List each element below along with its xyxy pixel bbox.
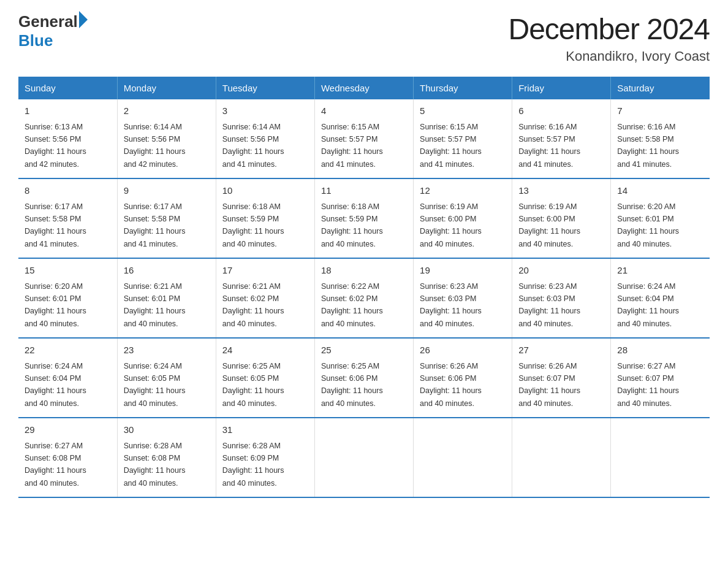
table-row: 28 Sunrise: 6:27 AMSunset: 6:07 PMDaylig…	[611, 338, 710, 418]
day-info: Sunrise: 6:24 AMSunset: 6:04 PMDaylight:…	[25, 362, 86, 408]
table-row: 30 Sunrise: 6:28 AMSunset: 6:08 PMDaylig…	[117, 418, 216, 497]
logo-triangle-icon	[79, 11, 88, 28]
col-thursday: Thursday	[414, 77, 512, 99]
day-info: Sunrise: 6:27 AMSunset: 6:08 PMDaylight:…	[25, 442, 86, 488]
day-number: 24	[222, 343, 308, 358]
col-sunday: Sunday	[18, 77, 117, 99]
day-info: Sunrise: 6:21 AMSunset: 6:01 PMDaylight:…	[124, 282, 186, 328]
calendar-title: December 2024	[508, 12, 710, 46]
day-info: Sunrise: 6:20 AMSunset: 6:01 PMDaylight:…	[25, 282, 86, 328]
day-info: Sunrise: 6:28 AMSunset: 6:09 PMDaylight:…	[222, 442, 284, 488]
day-info: Sunrise: 6:19 AMSunset: 6:00 PMDaylight:…	[420, 202, 482, 248]
day-number: 2	[124, 104, 210, 118]
table-row: 15 Sunrise: 6:20 AMSunset: 6:01 PMDaylig…	[18, 258, 117, 338]
day-number: 1	[25, 104, 111, 118]
table-row: 22 Sunrise: 6:24 AMSunset: 6:04 PMDaylig…	[18, 338, 117, 418]
day-number: 31	[222, 423, 308, 437]
day-info: Sunrise: 6:25 AMSunset: 6:05 PMDaylight:…	[222, 362, 284, 408]
table-row	[611, 418, 710, 497]
day-info: Sunrise: 6:23 AMSunset: 6:03 PMDaylight:…	[420, 282, 482, 328]
day-number: 13	[518, 184, 604, 198]
table-row: 24 Sunrise: 6:25 AMSunset: 6:05 PMDaylig…	[216, 338, 314, 418]
table-row: 18 Sunrise: 6:22 AMSunset: 6:02 PMDaylig…	[314, 258, 413, 338]
day-info: Sunrise: 6:15 AMSunset: 5:57 PMDaylight:…	[321, 123, 383, 169]
calendar-week-row: 15 Sunrise: 6:20 AMSunset: 6:01 PMDaylig…	[18, 258, 710, 338]
day-info: Sunrise: 6:15 AMSunset: 5:57 PMDaylight:…	[420, 123, 482, 169]
day-info: Sunrise: 6:18 AMSunset: 5:59 PMDaylight:…	[222, 202, 284, 248]
day-info: Sunrise: 6:26 AMSunset: 6:07 PMDaylight:…	[518, 362, 580, 408]
table-row: 21 Sunrise: 6:24 AMSunset: 6:04 PMDaylig…	[611, 258, 710, 338]
table-row: 8 Sunrise: 6:17 AMSunset: 5:58 PMDayligh…	[18, 178, 117, 258]
calendar-header-row: Sunday Monday Tuesday Wednesday Thursday…	[18, 77, 710, 99]
day-number: 19	[420, 264, 506, 278]
table-row: 20 Sunrise: 6:23 AMSunset: 6:03 PMDaylig…	[512, 258, 611, 338]
table-row: 26 Sunrise: 6:26 AMSunset: 6:06 PMDaylig…	[414, 338, 512, 418]
table-row: 4 Sunrise: 6:15 AMSunset: 5:57 PMDayligh…	[314, 99, 413, 178]
calendar-week-row: 1 Sunrise: 6:13 AMSunset: 5:56 PMDayligh…	[18, 99, 710, 178]
day-number: 21	[617, 264, 703, 278]
day-number: 5	[420, 104, 506, 118]
day-number: 9	[124, 184, 210, 198]
day-info: Sunrise: 6:17 AMSunset: 5:58 PMDaylight:…	[25, 202, 86, 248]
day-number: 25	[321, 343, 407, 358]
col-saturday: Saturday	[611, 77, 710, 99]
day-info: Sunrise: 6:20 AMSunset: 6:01 PMDaylight:…	[617, 202, 679, 248]
page-header: General Blue December 2024 Konandikro, I…	[18, 12, 710, 64]
day-info: Sunrise: 6:23 AMSunset: 6:03 PMDaylight:…	[518, 282, 580, 328]
table-row: 29 Sunrise: 6:27 AMSunset: 6:08 PMDaylig…	[18, 418, 117, 497]
day-number: 18	[321, 264, 407, 278]
table-row: 1 Sunrise: 6:13 AMSunset: 5:56 PMDayligh…	[18, 99, 117, 178]
day-number: 17	[222, 264, 308, 278]
day-info: Sunrise: 6:18 AMSunset: 5:59 PMDaylight:…	[321, 202, 383, 248]
day-number: 23	[124, 343, 210, 358]
logo-blue-text: Blue	[18, 31, 88, 50]
logo-general-text: General	[18, 12, 78, 31]
day-info: Sunrise: 6:24 AMSunset: 6:05 PMDaylight:…	[124, 362, 186, 408]
day-number: 28	[617, 343, 703, 358]
col-wednesday: Wednesday	[314, 77, 413, 99]
table-row	[414, 418, 512, 497]
day-number: 12	[420, 184, 506, 198]
day-number: 16	[124, 264, 210, 278]
table-row: 16 Sunrise: 6:21 AMSunset: 6:01 PMDaylig…	[117, 258, 216, 338]
calendar-subtitle: Konandikro, Ivory Coast	[508, 48, 710, 64]
table-row: 23 Sunrise: 6:24 AMSunset: 6:05 PMDaylig…	[117, 338, 216, 418]
day-info: Sunrise: 6:25 AMSunset: 6:06 PMDaylight:…	[321, 362, 383, 408]
day-number: 3	[222, 104, 308, 118]
day-number: 22	[25, 343, 111, 358]
table-row: 3 Sunrise: 6:14 AMSunset: 5:56 PMDayligh…	[216, 99, 314, 178]
day-info: Sunrise: 6:16 AMSunset: 5:58 PMDaylight:…	[617, 123, 679, 169]
day-info: Sunrise: 6:14 AMSunset: 5:56 PMDaylight:…	[124, 123, 186, 169]
day-number: 4	[321, 104, 407, 118]
calendar-table: Sunday Monday Tuesday Wednesday Thursday…	[18, 77, 710, 498]
day-info: Sunrise: 6:14 AMSunset: 5:56 PMDaylight:…	[222, 123, 284, 169]
day-number: 10	[222, 184, 308, 198]
day-info: Sunrise: 6:26 AMSunset: 6:06 PMDaylight:…	[420, 362, 482, 408]
table-row: 5 Sunrise: 6:15 AMSunset: 5:57 PMDayligh…	[414, 99, 512, 178]
day-info: Sunrise: 6:16 AMSunset: 5:57 PMDaylight:…	[518, 123, 580, 169]
table-row: 13 Sunrise: 6:19 AMSunset: 6:00 PMDaylig…	[512, 178, 611, 258]
col-monday: Monday	[117, 77, 216, 99]
table-row: 19 Sunrise: 6:23 AMSunset: 6:03 PMDaylig…	[414, 258, 512, 338]
table-row: 17 Sunrise: 6:21 AMSunset: 6:02 PMDaylig…	[216, 258, 314, 338]
table-row: 31 Sunrise: 6:28 AMSunset: 6:09 PMDaylig…	[216, 418, 314, 497]
day-info: Sunrise: 6:24 AMSunset: 6:04 PMDaylight:…	[617, 282, 679, 328]
table-row: 12 Sunrise: 6:19 AMSunset: 6:00 PMDaylig…	[414, 178, 512, 258]
day-number: 20	[518, 264, 604, 278]
table-row: 27 Sunrise: 6:26 AMSunset: 6:07 PMDaylig…	[512, 338, 611, 418]
table-row	[512, 418, 611, 497]
day-number: 29	[25, 423, 111, 437]
day-info: Sunrise: 6:17 AMSunset: 5:58 PMDaylight:…	[124, 202, 186, 248]
day-number: 26	[420, 343, 506, 358]
calendar-week-row: 22 Sunrise: 6:24 AMSunset: 6:04 PMDaylig…	[18, 338, 710, 418]
day-number: 27	[518, 343, 604, 358]
table-row: 2 Sunrise: 6:14 AMSunset: 5:56 PMDayligh…	[117, 99, 216, 178]
day-number: 30	[124, 423, 210, 437]
day-info: Sunrise: 6:27 AMSunset: 6:07 PMDaylight:…	[617, 362, 679, 408]
title-area: December 2024 Konandikro, Ivory Coast	[508, 12, 710, 64]
calendar-week-row: 29 Sunrise: 6:27 AMSunset: 6:08 PMDaylig…	[18, 418, 710, 497]
day-info: Sunrise: 6:13 AMSunset: 5:56 PMDaylight:…	[25, 123, 86, 169]
day-number: 8	[25, 184, 111, 198]
day-number: 11	[321, 184, 407, 198]
day-info: Sunrise: 6:28 AMSunset: 6:08 PMDaylight:…	[124, 442, 186, 488]
